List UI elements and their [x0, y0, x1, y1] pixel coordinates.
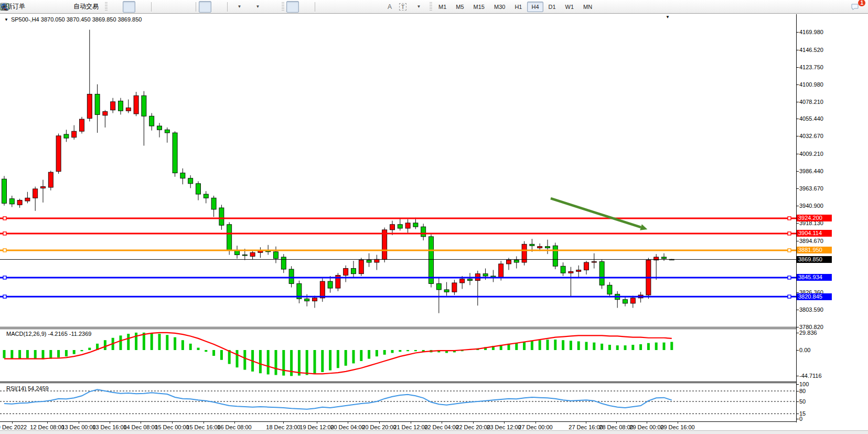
chart-shift-icon[interactable] [212, 1, 224, 13]
macd-histogram-bar [647, 343, 650, 350]
time-tick-label: 28 Dec 08:00 [599, 424, 633, 430]
macd-histogram-bar [189, 344, 192, 350]
rsi-tick-label: 80 [799, 388, 806, 394]
text-tool-glyph: A [388, 3, 392, 10]
line-chart-icon[interactable] [136, 1, 148, 13]
market-watch-icon[interactable] [43, 1, 56, 13]
macd-histogram-bar [570, 341, 572, 350]
macd-histogram-bar [243, 350, 246, 370]
candle [211, 198, 216, 209]
horizontal-line-objects [0, 217, 796, 298]
macd-histogram-bar [554, 340, 556, 350]
macd-histogram-bar [205, 350, 207, 352]
line-handle [3, 295, 6, 298]
candle [305, 299, 309, 301]
timeframe-toolbar: M1M5M15M30H1H4D1W1MN [434, 2, 596, 12]
price-tick-label: 4169.980 [799, 29, 823, 35]
macd-tick-label: 29.836 [799, 330, 817, 336]
candle [398, 225, 402, 228]
textbox-tool-glyph: T [399, 3, 407, 10]
price-tick-mark [796, 310, 799, 310]
candle [569, 271, 573, 273]
horizontal-line-icon[interactable] [331, 1, 344, 13]
rsi-tick-mark [796, 384, 799, 385]
timeframe-button-w1[interactable]: W1 [561, 2, 578, 12]
timeframe-button-m30[interactable]: M30 [490, 2, 509, 12]
crosshair-icon[interactable] [299, 1, 312, 13]
periods-button[interactable]: ▼ [249, 1, 266, 13]
timeframe-button-m1[interactable]: M1 [434, 2, 451, 12]
collapse-triangle-icon[interactable]: ▼ [4, 17, 8, 22]
price-tick-mark [796, 50, 799, 50]
price-tick-label: 4146.520 [799, 47, 823, 53]
trendline-icon[interactable] [344, 1, 357, 13]
panel-separator[interactable] [0, 382, 796, 382]
chevron-down-icon: ▼ [417, 4, 421, 9]
macd-tick-mark [796, 333, 799, 333]
equidistant-channel-icon[interactable]: E [357, 1, 370, 13]
timeframe-button-h4[interactable]: H4 [527, 2, 543, 12]
time-tick-mark [473, 421, 474, 424]
autotrading-button[interactable]: 自动交易 [69, 1, 103, 13]
macd-panel-canvas[interactable] [0, 329, 796, 382]
macd-histogram-bar [220, 350, 223, 360]
time-tick-mark [647, 421, 647, 424]
time-tick-label: 18 Dec 23:00 [266, 424, 300, 430]
macd-histogram-bar [73, 350, 76, 354]
timeframe-button-m5[interactable]: M5 [452, 2, 468, 12]
macd-histogram-bar [523, 342, 526, 350]
bar-chart-icon[interactable] [110, 1, 122, 13]
text-label-icon[interactable]: T [397, 1, 409, 13]
time-tick-mark [12, 421, 13, 424]
chart-shift-marker[interactable]: ▼ [666, 15, 670, 19]
macd-histogram-bar [57, 350, 60, 357]
candle [499, 264, 503, 278]
templates-icon[interactable] [267, 1, 280, 13]
candle [359, 260, 363, 274]
candlestick-chart-icon[interactable] [123, 1, 135, 13]
cursor-icon[interactable] [286, 1, 299, 13]
candle [2, 179, 7, 203]
vertical-line-icon[interactable] [318, 1, 330, 13]
candle [289, 269, 294, 283]
timeframe-button-d1[interactable]: D1 [544, 2, 560, 12]
candle [142, 96, 146, 116]
main-chart-canvas[interactable] [0, 14, 796, 328]
timeframe-button-mn[interactable]: MN [579, 2, 596, 12]
rsi-tick-mark [796, 391, 799, 391]
new-order-label: 新订单 [6, 2, 25, 11]
macd-histogram-bar [88, 348, 91, 350]
add-indicator-button[interactable]: ▼ [230, 1, 248, 13]
trend-arrow-head [640, 224, 647, 230]
macd-histogram-bar [391, 350, 394, 353]
chat-button[interactable]: 1 [850, 1, 863, 13]
chart-symbol-ohlc: ▼ SP500-,H4 3870.050 3870.450 3869.850 3… [4, 16, 142, 23]
text-icon[interactable]: A [383, 1, 396, 13]
time-tick-label: 22 Dec 04:00 [424, 424, 458, 430]
time-tick-label: 22 Dec 20:00 [456, 424, 490, 430]
timeframe-button-m15[interactable]: M15 [469, 2, 489, 12]
search-icon[interactable] [835, 1, 848, 13]
timeframe-button-h1[interactable]: H1 [510, 2, 526, 12]
candle [281, 257, 286, 269]
arrows-tool-button[interactable]: ▼ [410, 1, 427, 13]
signal-icon[interactable] [56, 1, 69, 13]
price-tick-label: 4100.980 [799, 81, 823, 88]
zoom-in-icon[interactable] [154, 1, 167, 13]
price-tick-label: 4009.210 [799, 151, 823, 157]
toolbar-grip [282, 2, 284, 12]
candle [87, 94, 92, 118]
ticket-icon[interactable] [30, 1, 42, 13]
price-tick-mark [796, 102, 799, 102]
candle [592, 262, 596, 262]
fibonacci-icon[interactable]: F [370, 1, 383, 13]
zoom-out-icon[interactable] [167, 1, 180, 13]
panel-separator[interactable] [0, 327, 796, 327]
macd-histogram-bar [399, 350, 401, 352]
time-tick-mark [47, 421, 48, 424]
rsi-panel-canvas[interactable] [0, 384, 796, 421]
time-tick-label: 9 Dec 2022 [0, 424, 27, 430]
macd-tick-mark [796, 350, 799, 351]
auto-scroll-icon[interactable] [199, 1, 211, 13]
tile-windows-icon[interactable] [180, 1, 193, 13]
